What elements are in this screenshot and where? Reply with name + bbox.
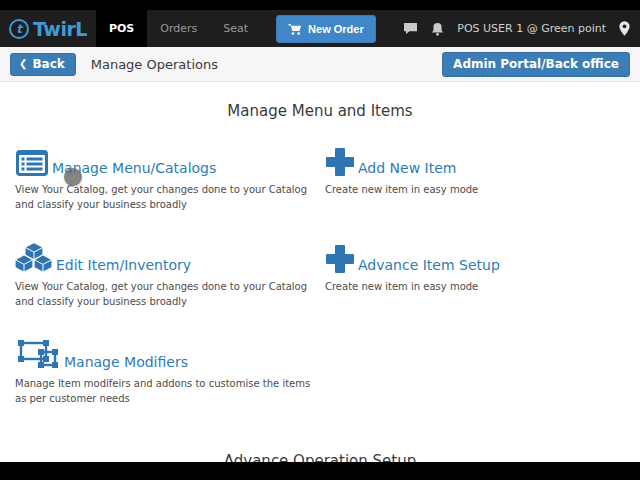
user-label[interactable]: POS USER 1 @ Green point: [457, 22, 606, 35]
menu-list-icon: [15, 149, 49, 177]
card-title[interactable]: Manage Modifiers: [64, 355, 188, 371]
card-description: Create new item in easy mode: [325, 279, 625, 294]
card-title[interactable]: Edit Item/Inventory: [56, 258, 191, 274]
empty-cell: [325, 337, 625, 406]
cubes-icon: [15, 242, 53, 274]
page-header: ❮ Back Manage Operations Admin Portal/Ba…: [0, 47, 640, 82]
grid-row: Manage Modifiers Manage Item modifeirs a…: [15, 337, 625, 406]
card-add-new-item[interactable]: Add New Item Create new item in easy mod…: [325, 143, 625, 212]
top-navbar: t TwirL POS Orders Seat New Order: [0, 10, 640, 47]
card-link[interactable]: Manage Modifiers: [15, 337, 325, 371]
card-link[interactable]: Manage Menu/Catalogs: [15, 143, 325, 177]
card-manage-menu-catalogs[interactable]: Manage Menu/Catalogs View Your Catalog, …: [15, 143, 325, 212]
tab-pos[interactable]: POS: [96, 10, 147, 47]
back-button[interactable]: ❮ Back: [10, 53, 76, 76]
card-advance-item-setup[interactable]: Advance Item Setup Create new item in ea…: [325, 240, 625, 309]
card-link[interactable]: Advance Item Setup: [325, 240, 625, 274]
screen: t TwirL POS Orders Seat New Order: [0, 0, 640, 480]
card-title[interactable]: Advance Item Setup: [358, 258, 500, 274]
location-pin-icon[interactable]: [619, 21, 630, 36]
navbar-right: POS USER 1 @ Green point: [403, 10, 640, 47]
back-label: Back: [32, 57, 64, 71]
grid-row: Edit Item/Inventory View Your Catalog, g…: [15, 240, 625, 309]
cart-icon: [288, 23, 302, 36]
new-order-button[interactable]: New Order: [276, 15, 376, 43]
chevron-left-icon: ❮: [19, 59, 27, 69]
section-heading-advance-setup: Advance Operation Setup: [0, 452, 640, 462]
tab-seat[interactable]: Seat: [210, 10, 261, 47]
plus-icon: [325, 244, 355, 274]
mouse-cursor: [64, 168, 82, 186]
card-link[interactable]: Add New Item: [325, 143, 625, 177]
card-manage-modifiers[interactable]: Manage Modifiers Manage Item modifeirs a…: [15, 337, 325, 406]
operations-grid: Manage Menu/Catalogs View Your Catalog, …: [0, 143, 640, 406]
tab-orders[interactable]: Orders: [147, 10, 210, 47]
brand-text: TwirL: [33, 18, 87, 40]
section-heading-menu-items: Manage Menu and Items: [0, 102, 640, 120]
plus-icon: [325, 147, 355, 177]
card-edit-item-inventory[interactable]: Edit Item/Inventory View Your Catalog, g…: [15, 240, 325, 309]
card-link[interactable]: Edit Item/Inventory: [15, 240, 325, 274]
page-title: Manage Operations: [91, 57, 218, 72]
card-description: View Your Catalog, get your changes done…: [15, 182, 315, 212]
card-description: Manage Item modifeirs and addons to cust…: [15, 376, 315, 406]
bell-icon[interactable]: [431, 22, 444, 36]
brand-icon: t: [9, 19, 29, 39]
new-order-label: New Order: [308, 23, 364, 35]
chat-icon[interactable]: [403, 22, 418, 35]
main-content: Manage Menu and Items Manage Menu/Catalo…: [0, 82, 640, 462]
admin-portal-button[interactable]: Admin Portal/Back office: [442, 52, 630, 77]
card-description: Create new item in easy mode: [325, 182, 625, 197]
brand-logo[interactable]: t TwirL: [0, 10, 96, 47]
card-description: View Your Catalog, get your changes done…: [15, 279, 315, 309]
card-title[interactable]: Add New Item: [358, 161, 456, 177]
grid-row: Manage Menu/Catalogs View Your Catalog, …: [15, 143, 625, 212]
object-group-icon: [15, 338, 61, 371]
